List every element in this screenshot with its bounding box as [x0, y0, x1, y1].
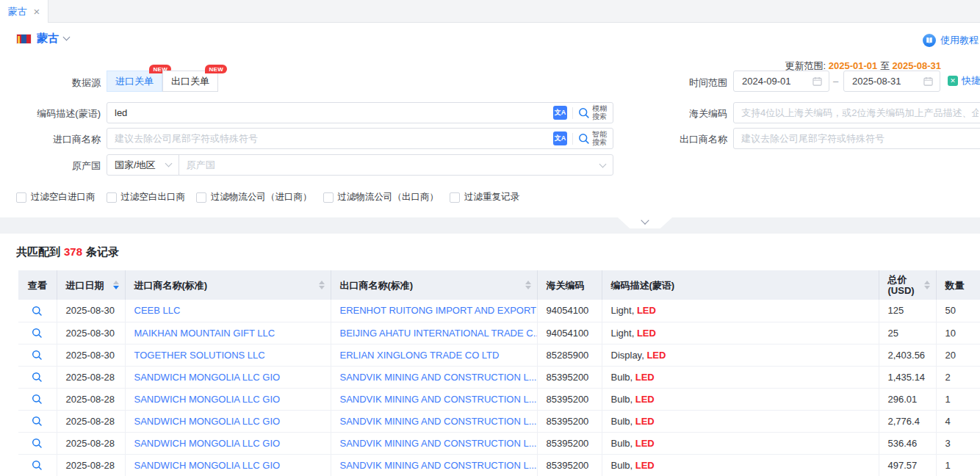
importer-input[interactable] — [107, 133, 553, 144]
divider — [572, 133, 573, 145]
importer-link[interactable]: SANDWICH MONGOLIA LLC GIO — [134, 438, 281, 449]
header-importer[interactable]: 进口商名称(标准) — [125, 270, 331, 300]
source-tab-export[interactable]: 出口关单 NEW — [162, 71, 218, 92]
country-selector[interactable]: 蒙古 — [16, 32, 69, 46]
smart-search-button[interactable]: 智能搜索 — [578, 131, 613, 146]
source-tab-import[interactable]: 进口关单 NEW — [107, 71, 162, 92]
country-name: 蒙古 — [37, 32, 59, 46]
importer-cell: MAIKHAN MOUNTAIN GIFT LLC — [125, 322, 331, 344]
collapse-panel-button[interactable] — [618, 217, 672, 228]
table-row: 2025-08-30 MAIKHAN MOUNTAIN GIFT LLC BEI… — [18, 322, 980, 344]
exporter-link[interactable]: ERLIAN XINGLONG TRADE CO LTD — [340, 350, 500, 361]
origin-region-select[interactable]: 国家/地区 — [107, 155, 179, 175]
origin-input[interactable] — [179, 159, 596, 170]
checkbox[interactable] — [16, 192, 26, 203]
checkbox[interactable] — [196, 192, 206, 203]
header-view: 查看 — [18, 270, 57, 300]
sort-desc-icon[interactable] — [924, 286, 930, 289]
checkbox[interactable] — [107, 192, 117, 203]
view-cell — [18, 344, 57, 366]
end-date-input[interactable]: 2025-08-31 — [843, 71, 940, 92]
checkbox-filter-duplicates[interactable]: 过滤重复记录 — [450, 191, 519, 203]
tab-close-icon[interactable]: × — [34, 6, 40, 17]
checkbox-filter-blank-exporter[interactable]: 过滤空白出口商 — [107, 191, 186, 203]
fuzzy-search-button[interactable]: 模糊搜索 — [578, 105, 613, 120]
header-import-date[interactable]: 进口日期 — [57, 270, 125, 300]
led-highlight: LED — [635, 372, 655, 383]
description-cell: Bulb, LED — [602, 388, 879, 410]
header-total-price[interactable]: 总价 (USD) — [879, 270, 936, 300]
view-record-icon[interactable] — [32, 350, 43, 361]
chevron-down-icon — [599, 160, 607, 167]
hs-code-input[interactable] — [734, 107, 980, 118]
sort-desc-icon[interactable] — [525, 286, 531, 289]
description-cell: Display, LED — [602, 344, 879, 366]
chevron-down-icon — [641, 216, 649, 224]
hs-code-cell: 94054100 — [537, 322, 602, 344]
browser-tab-mongolia[interactable]: 蒙古 × — [0, 0, 48, 23]
import-date-cell: 2025-08-30 — [57, 300, 125, 322]
checkbox[interactable] — [323, 192, 334, 203]
exporter-link[interactable]: SANDVIK MINING AND CONSTRUCTION L... — [340, 416, 537, 427]
qty-cell: 10 — [936, 322, 980, 344]
exporter-cell: SANDVIK MINING AND CONSTRUCTION L... — [331, 410, 537, 432]
translate-icon[interactable]: 文A — [553, 131, 567, 145]
exporter-link[interactable]: SANDVIK MINING AND CONSTRUCTION L... — [340, 460, 537, 471]
checkbox-filter-blank-importer[interactable]: 过滤空白进口商 — [16, 191, 96, 203]
checkbox[interactable] — [450, 192, 460, 203]
exporter-link[interactable]: SANDVIK MINING AND CONSTRUCTION L... — [340, 438, 537, 449]
checkbox-filter-logistics-exporter[interactable]: 过滤物流公司（出口商） — [323, 191, 439, 203]
importer-link[interactable]: TOGETHER SOLUTIONS LLC — [134, 350, 265, 361]
table-row: 2025-08-28 SANDWICH MONGOLIA LLC GIO SAN… — [18, 366, 980, 388]
view-record-icon[interactable] — [32, 306, 43, 317]
led-highlight: LED — [635, 416, 655, 427]
view-cell — [18, 300, 57, 322]
exporter-link[interactable]: SANDVIK MINING AND CONSTRUCTION L... — [340, 394, 537, 405]
view-record-icon[interactable] — [32, 394, 43, 405]
book-icon — [923, 34, 936, 47]
quick-select-button[interactable]: ✕ 快捷 — [948, 74, 980, 87]
importer-link[interactable]: SANDWICH MONGOLIA LLC GIO — [134, 372, 281, 383]
importer-link[interactable]: MAIKHAN MOUNTAIN GIFT LLC — [134, 328, 275, 339]
date-range-dash: – — [833, 76, 838, 87]
exporter-link[interactable]: BEIJING AHATU INTERNATIONAL TRADE C... — [340, 328, 538, 339]
hs-code-cell: 85395200 — [537, 410, 602, 432]
exporter-cell: ERENHOT RUITONG IMPORT AND EXPORT ... — [331, 300, 537, 322]
qty-cell: 2 — [936, 366, 980, 388]
price-cell: 1,435.14 — [879, 366, 936, 388]
view-record-icon[interactable] — [32, 416, 43, 427]
translate-icon[interactable]: 文A — [553, 106, 567, 120]
sort-desc-icon[interactable] — [113, 286, 119, 289]
view-cell — [18, 322, 57, 344]
sort-asc-icon[interactable] — [319, 281, 325, 284]
sort-desc-icon[interactable] — [319, 286, 325, 289]
price-cell: 25 — [879, 322, 936, 344]
exporter-link[interactable]: ERENHOT RUITONG IMPORT AND EXPORT ... — [340, 305, 538, 316]
hs-code-label: 海关编码 — [633, 107, 727, 120]
tutorial-link[interactable]: 使用教程 — [923, 34, 979, 47]
checkbox-filter-logistics-importer[interactable]: 过滤物流公司（进口商） — [196, 191, 312, 203]
header-exporter[interactable]: 出口商名称(标准) — [331, 270, 537, 300]
view-record-icon[interactable] — [32, 460, 43, 471]
description-cell: Light, LED — [602, 300, 879, 322]
update-end-date: 2025-08-31 — [893, 60, 942, 71]
exporter-input[interactable] — [734, 133, 980, 144]
exporter-link[interactable]: SANDVIK MINING AND CONSTRUCTION L... — [340, 372, 537, 383]
code-desc-input[interactable] — [107, 107, 553, 118]
sort-asc-icon[interactable] — [924, 281, 930, 284]
hs-code-cell: 85395200 — [537, 432, 602, 454]
view-record-icon[interactable] — [32, 328, 43, 339]
importer-link[interactable]: CEEB LLC — [134, 305, 181, 316]
view-cell — [18, 366, 57, 388]
start-date-input[interactable]: 2024-09-01 — [733, 71, 829, 92]
description-cell: Bulb, LED — [602, 454, 879, 476]
importer-link[interactable]: SANDWICH MONGOLIA LLC GIO — [134, 460, 281, 471]
view-record-icon[interactable] — [32, 372, 43, 383]
view-record-icon[interactable] — [32, 438, 43, 449]
sort-asc-icon[interactable] — [113, 281, 119, 284]
importer-link[interactable]: SANDWICH MONGOLIA LLC GIO — [134, 394, 281, 405]
sort-asc-icon[interactable] — [525, 281, 531, 284]
importer-link[interactable]: SANDWICH MONGOLIA LLC GIO — [134, 416, 281, 427]
description-cell: Bulb, LED — [602, 366, 879, 388]
results-table: 查看 进口日期 进口商名称(标准) 出口商名称(标准) 海关编码 编码描述(蒙语… — [18, 270, 980, 476]
